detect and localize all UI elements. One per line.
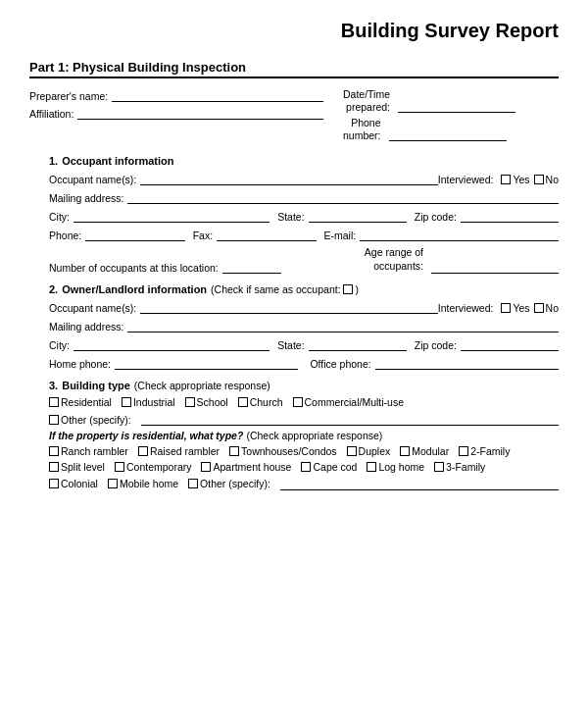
owner-home-phone-input[interactable] — [115, 356, 298, 370]
building-section: 3. Building type (Check appropriate resp… — [29, 380, 559, 490]
preparer-section: Preparer's name: Affiliation: Date/Timep… — [29, 88, 559, 145]
zip-input[interactable] — [461, 209, 559, 223]
no-checkbox[interactable] — [534, 175, 544, 184]
num-occupants-label: Number of occupants at this location: — [49, 262, 219, 274]
owner-city-input[interactable] — [74, 337, 270, 351]
num-occupants-age-row: Number of occupants at this location: Ag… — [49, 246, 559, 273]
occupant-header: 1. Occupant information — [49, 155, 559, 167]
owner-office-phone-label: Office phone: — [310, 358, 370, 370]
other-check[interactable]: Other (specify): — [49, 414, 131, 426]
num-occupants-input[interactable] — [222, 260, 281, 274]
city-state-zip-row: City: State: Zip code: — [49, 209, 559, 223]
yes-checkbox-label[interactable]: Yes — [501, 174, 529, 185]
colonial-check[interactable]: Colonial — [49, 478, 98, 489]
owner-phones-row: Home phone: Office phone: — [49, 356, 559, 370]
affiliation-label: Affiliation: — [29, 108, 74, 120]
2family-check[interactable]: 2-Family — [459, 445, 510, 457]
occupant-names-input[interactable] — [140, 172, 438, 185]
fax-input[interactable] — [217, 228, 316, 241]
building-subtitle: (Check appropriate response) — [134, 380, 270, 391]
preparer-left: Preparer's name: Affiliation: — [29, 88, 323, 124]
zip-label: Zip code: — [415, 211, 457, 223]
church-check[interactable]: Church — [238, 396, 283, 408]
owner-zip-input[interactable] — [461, 337, 559, 351]
date-time-input[interactable] — [398, 99, 515, 113]
owner-same-checkbox[interactable] — [343, 284, 353, 294]
owner-mailing-input[interactable] — [127, 319, 559, 332]
residential-question: If the property is residential, what typ… — [49, 430, 243, 441]
fax-label: Fax: — [193, 230, 213, 241]
res-other-input[interactable] — [280, 477, 559, 490]
phone-row: Phonenumber: — [343, 117, 507, 141]
school-check[interactable]: School — [185, 396, 228, 408]
page-title-section: Building Survey Report — [29, 20, 559, 42]
preparer-date-row: Preparer's name: Affiliation: Date/Timep… — [29, 88, 559, 145]
age-range-input[interactable] — [431, 260, 559, 274]
preparers-name-label: Preparer's name: — [29, 90, 108, 102]
log-home-check[interactable]: Log home — [367, 461, 424, 473]
owner-subtitle: (Check if same as occupant: — [211, 283, 340, 295]
modular-check[interactable]: Modular — [400, 445, 449, 457]
other-specify-input[interactable] — [141, 412, 559, 426]
residential-subtitle: (Check appropriate response) — [246, 430, 382, 441]
occupant-num: 1. — [49, 155, 58, 167]
owner-yes-checkbox-label[interactable]: Yes — [501, 302, 529, 314]
cape-cod-check[interactable]: Cape cod — [301, 461, 357, 473]
residential-check[interactable]: Residential — [49, 396, 112, 408]
building-type-checkboxes: Residential Industrial School Church Com… — [49, 396, 559, 408]
age-range-label: Age range of occupants: — [365, 246, 423, 273]
building-other-row: Other (specify): — [49, 412, 559, 426]
residential-row1: Ranch rambler Raised rambler Townhouses/… — [49, 445, 559, 457]
phone-input-occ[interactable] — [85, 228, 184, 241]
apartment-check[interactable]: Apartment house — [201, 461, 291, 473]
split-level-check[interactable]: Split level — [49, 461, 105, 473]
owner-mailing-label: Mailing address: — [49, 321, 123, 332]
building-header: 3. Building type (Check appropriate resp… — [49, 380, 559, 391]
owner-state-input[interactable] — [309, 337, 407, 351]
res-other-check[interactable]: Other (specify): — [188, 478, 270, 489]
no-checkbox-label[interactable]: No — [534, 174, 559, 185]
building-title: Building type — [62, 380, 130, 391]
city-input[interactable] — [74, 209, 270, 223]
industrial-check[interactable]: Industrial — [122, 396, 175, 408]
building-num: 3. — [49, 380, 58, 391]
preparers-name-input[interactable] — [112, 88, 323, 102]
3family-check[interactable]: 3-Family — [434, 461, 485, 473]
owner-mailing-row: Mailing address: — [49, 319, 559, 332]
townhouses-check[interactable]: Townhouses/Condos — [229, 445, 336, 457]
owner-city-state-zip-row: City: State: Zip code: — [49, 337, 559, 351]
contemporary-check[interactable]: Contemporary — [115, 461, 192, 473]
residential-row3: Colonial Mobile home Other (specify): — [49, 477, 559, 490]
residential-question-row: If the property is residential, what typ… — [49, 430, 559, 441]
affiliation-input[interactable] — [77, 106, 323, 120]
owner-header: 2. Owner/Landlord information (Check if … — [49, 283, 559, 295]
email-input[interactable] — [360, 228, 559, 241]
owner-office-phone-input[interactable] — [375, 356, 559, 370]
phone-fax-email-row: Phone: Fax: E-mail: — [49, 228, 559, 241]
mailing-address-input[interactable] — [127, 190, 559, 204]
occupant-names-label: Occupant name(s): — [49, 174, 136, 185]
ranch-rambler-check[interactable]: Ranch rambler — [49, 445, 128, 457]
owner-names-label: Occupant name(s): — [49, 302, 136, 314]
mobile-home-check[interactable]: Mobile home — [108, 478, 178, 489]
owner-names-input[interactable] — [140, 300, 438, 314]
owner-no-checkbox-label[interactable]: No — [534, 302, 559, 314]
occupant-section: 1. Occupant information Occupant name(s)… — [29, 155, 559, 273]
owner-no-checkbox[interactable] — [534, 303, 544, 313]
phone-label: Phonenumber: — [343, 117, 381, 141]
raised-rambler-check[interactable]: Raised rambler — [138, 445, 220, 457]
owner-interviewed-label: Interviewed: — [438, 302, 494, 314]
state-label: State: — [277, 211, 304, 223]
mailing-address-row: Mailing address: — [49, 190, 559, 204]
phone-label-occ: Phone: — [49, 230, 81, 241]
owner-home-phone-label: Home phone: — [49, 358, 111, 370]
yes-checkbox[interactable] — [501, 175, 511, 184]
owner-yes-checkbox[interactable] — [501, 303, 511, 313]
commercial-check[interactable]: Commercial/Multi-use — [293, 396, 405, 408]
state-input[interactable] — [309, 209, 407, 223]
occupant-title: Occupant information — [62, 155, 173, 167]
affiliation-row: Affiliation: — [29, 106, 323, 120]
phone-input[interactable] — [389, 128, 507, 141]
duplex-check[interactable]: Duplex — [347, 445, 391, 457]
part1-header: Part 1: Physical Building Inspection — [29, 60, 559, 78]
